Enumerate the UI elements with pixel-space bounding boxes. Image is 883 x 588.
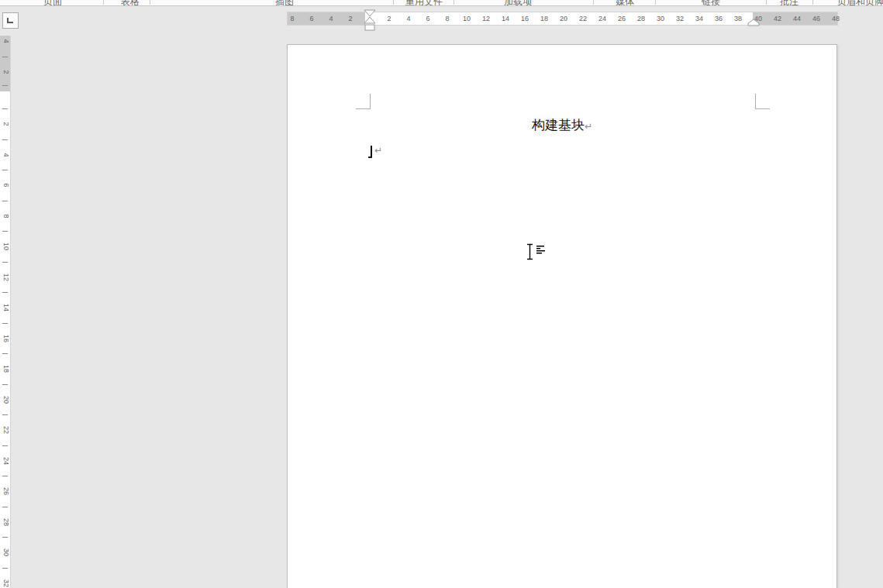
v-ruler-tick: [2, 201, 8, 201]
h-ruler-number: 24: [598, 12, 606, 25]
h-ruler-number: 12: [482, 12, 490, 25]
margin-corner-mark-top-left: [356, 94, 371, 109]
h-ruler-number: 32: [676, 12, 684, 25]
v-ruler-tick: [2, 537, 8, 538]
tab-stop-selector[interactable]: [2, 12, 19, 29]
v-ruler-number: 32: [2, 579, 9, 586]
ibeam-icon: [527, 245, 533, 260]
h-ruler-number: 30: [657, 12, 664, 25]
h-ruler-number: 26: [618, 12, 626, 25]
left-tab-icon: [7, 18, 13, 23]
left-indent-marker[interactable]: [364, 24, 375, 31]
h-ruler-number: 38: [734, 12, 742, 25]
ribbon-group-label[interactable]: 批注: [780, 0, 798, 6]
v-ruler-number: 2: [2, 122, 9, 126]
h-ruler-number: 42: [774, 12, 781, 25]
v-ruler-tick: [2, 57, 8, 57]
v-ruler-number: 8: [2, 214, 9, 218]
v-ruler-tick: [2, 262, 8, 263]
v-ruler-number: 2: [2, 70, 9, 74]
v-ruler-tick: [2, 139, 8, 140]
ribbon-group-label[interactable]: 表格: [121, 0, 140, 6]
h-ruler-number: 20: [560, 12, 567, 25]
h-ruler-number: 8: [445, 12, 449, 25]
hanging-indent-marker[interactable]: [364, 16, 376, 24]
v-ruler-tick: [2, 568, 8, 569]
v-ruler-number: 26: [2, 487, 9, 495]
v-ruler-tick: [2, 108, 8, 109]
ribbon-group-label[interactable]: 插图: [275, 0, 294, 6]
document-page[interactable]: 构建基块↵ ↵: [287, 44, 837, 588]
h-ruler-number: 28: [637, 12, 645, 25]
ribbon-group-divider: [454, 0, 454, 5]
v-ruler-number: 24: [2, 456, 9, 464]
h-ruler-number: 34: [695, 12, 703, 25]
ribbon-group-divider: [593, 0, 594, 5]
ribbon-group-divider: [766, 0, 767, 5]
v-ruler-tick: [2, 170, 8, 170]
ribbon-group-divider: [150, 0, 150, 5]
paragraph-mark: ↵: [585, 121, 592, 132]
document-title-paragraph[interactable]: 构建基块↵: [288, 118, 836, 134]
ribbon-group-label[interactable]: 页眉和页脚: [837, 0, 883, 6]
v-ruler-number: 20: [2, 395, 9, 403]
h-ruler-number: 46: [812, 12, 820, 25]
v-ruler-tick: [2, 292, 8, 293]
vertical-ruler[interactable]: 422468101214161820222426283032: [0, 36, 11, 588]
h-ruler-number: 36: [715, 12, 723, 25]
ribbon-group-divider: [393, 0, 394, 5]
v-ruler-tick: [2, 384, 8, 385]
v-ruler-tick: [2, 476, 8, 476]
v-ruler-number: 16: [2, 334, 9, 342]
h-ruler-number: 4: [329, 12, 333, 25]
margin-corner-mark-top-right: [755, 94, 770, 109]
h-ruler-left-margin: [288, 12, 365, 25]
h-ruler-number: 4: [406, 12, 410, 25]
v-ruler-tick: [2, 507, 8, 507]
ribbon-group-divider: [103, 0, 104, 5]
v-ruler-tick: [2, 85, 8, 86]
h-ruler-number: 44: [793, 12, 801, 25]
ribbon-group-label[interactable]: 页面: [43, 0, 62, 6]
v-ruler-number: 30: [2, 548, 9, 556]
v-ruler-number: 14: [2, 304, 9, 311]
v-ruler-number: 4: [2, 39, 9, 43]
paragraph-mark: ↵: [374, 145, 382, 156]
h-ruler-number: 6: [309, 12, 313, 25]
v-ruler-tick: [2, 414, 8, 415]
text-caret-serif: [368, 156, 372, 158]
v-ruler-number: 10: [2, 242, 9, 250]
ribbon-group-divider: [812, 0, 813, 5]
ibeam-cursor: [526, 243, 548, 263]
v-ruler-number: 4: [2, 153, 9, 156]
h-ruler-number: 48: [832, 12, 840, 25]
h-ruler-number: 8: [290, 12, 294, 25]
ribbon-group-label[interactable]: 重用文件: [405, 0, 443, 6]
h-ruler-number: 6: [426, 12, 429, 25]
v-ruler-number: 18: [2, 365, 9, 373]
v-ruler-tick: [2, 353, 8, 354]
v-ruler-tick: [2, 231, 8, 232]
align-left-icon: [536, 246, 545, 254]
text-caret: [371, 146, 372, 157]
document-title-text: 构建基块: [532, 118, 585, 132]
ribbon-group-label[interactable]: 加载项: [504, 0, 532, 6]
ribbon-group-divider: [655, 0, 656, 5]
h-ruler-number: 2: [348, 12, 352, 25]
h-ruler-number: 14: [502, 12, 509, 25]
h-ruler-number: 10: [463, 12, 471, 25]
ribbon-group-label-strip: 页面表格插图重用文件加载项媒体链接批注页眉和页脚: [0, 0, 883, 6]
ribbon-group-label[interactable]: 媒体: [616, 0, 634, 6]
ribbon-group-label[interactable]: 链接: [702, 0, 720, 6]
v-ruler-top-margin: [0, 36, 10, 91]
h-ruler-number: 22: [579, 12, 587, 25]
v-ruler-tick: [2, 445, 8, 446]
h-ruler-number: 16: [521, 12, 529, 25]
v-ruler-number: 28: [2, 518, 9, 525]
h-ruler-number: 18: [540, 12, 548, 25]
v-ruler-tick: [2, 323, 8, 324]
v-ruler-number: 12: [2, 273, 9, 280]
h-ruler-number: 2: [387, 12, 391, 25]
right-indent-marker[interactable]: [747, 19, 760, 26]
v-ruler-number: 6: [2, 183, 9, 187]
